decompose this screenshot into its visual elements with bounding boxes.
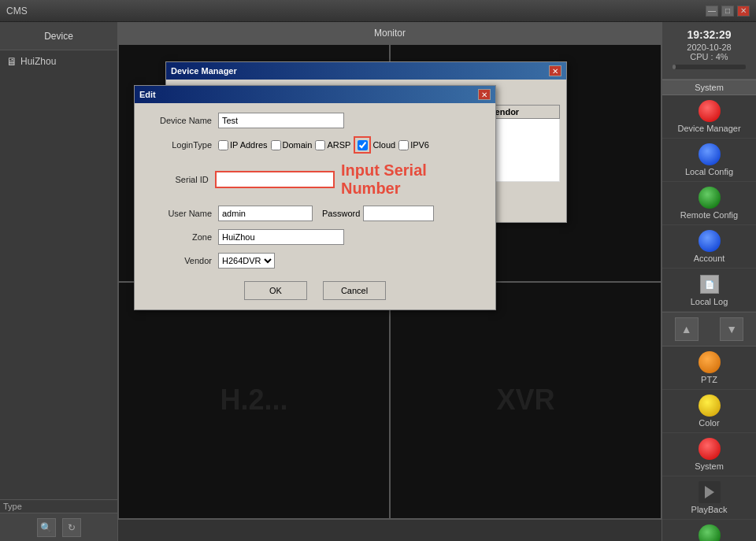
close-button[interactable]: ✕ bbox=[737, 6, 750, 17]
domain-checkbox[interactable] bbox=[271, 140, 281, 150]
device-manager-menu-label: Device Manager bbox=[677, 124, 740, 133]
type-text: Type bbox=[3, 502, 22, 511]
date-display: 2020-10-28 bbox=[669, 43, 750, 52]
monitor-cell-3[interactable]: H.2... bbox=[118, 282, 390, 520]
left-sidebar: Device 🖥 HuiZhou Type 🔍 ↻ bbox=[0, 22, 118, 541]
play-triangle bbox=[705, 486, 714, 498]
monitor-icon: 🖥 bbox=[6, 55, 17, 68]
playback-icon-inner bbox=[699, 481, 721, 503]
login-type-label: LoginType bbox=[147, 140, 218, 150]
ptz-menu-label: PTZ bbox=[701, 375, 717, 384]
monitor-cell-4[interactable]: XVR bbox=[390, 282, 662, 520]
local-log-icon: 📄 bbox=[699, 273, 721, 295]
login-type-row: LoginType IP Addres Domain ARSP bbox=[147, 136, 483, 154]
time-display: 19:32:29 bbox=[669, 28, 750, 41]
remote-config-menu-item[interactable]: Remote Config bbox=[662, 182, 756, 225]
zone-row: Zone bbox=[147, 229, 483, 245]
local-config-icon bbox=[699, 143, 721, 165]
ptz-menu-item[interactable]: PTZ bbox=[662, 346, 756, 390]
device-manager-close[interactable]: ✕ bbox=[549, 65, 561, 76]
advance-menu-item[interactable]: Advance bbox=[662, 520, 756, 541]
color-menu-item[interactable]: Color bbox=[662, 390, 756, 433]
edit-dialog-content: Device Name LoginType IP Addres Domain bbox=[135, 103, 495, 309]
edit-dialog-title: Edit bbox=[139, 90, 156, 99]
edit-ok-button[interactable]: OK bbox=[244, 281, 307, 300]
local-log-doc-icon: 📄 bbox=[700, 275, 719, 294]
password-input[interactable] bbox=[363, 206, 434, 221]
nav-up-button[interactable]: ▲ bbox=[675, 317, 699, 341]
password-label: Password bbox=[322, 209, 360, 218]
ip-address-option[interactable]: IP Addres bbox=[218, 140, 268, 150]
watermark-3: H.2... bbox=[220, 384, 287, 417]
device-manager-menu-item[interactable]: Device Manager bbox=[662, 95, 756, 139]
window-controls: — □ ✕ bbox=[706, 6, 750, 17]
edit-dialog-close[interactable]: ✕ bbox=[478, 89, 491, 100]
center-area: Monitor H.2... XVR H.2... XVR Device Man… bbox=[118, 22, 662, 541]
maximize-button[interactable]: □ bbox=[721, 6, 734, 17]
playback-menu-item[interactable]: PlayBack bbox=[662, 476, 756, 520]
color-menu-label: Color bbox=[699, 418, 719, 428]
advance-icon bbox=[699, 524, 721, 541]
device-header-label: Device bbox=[44, 31, 73, 42]
ipv6-checkbox[interactable] bbox=[398, 140, 409, 150]
bottom-menu: PTZ Color System PlayBa bbox=[662, 346, 756, 541]
vendor-label: Vendor bbox=[147, 256, 218, 265]
edit-dialog: Edit ✕ Device Name LoginType IP Addres bbox=[134, 85, 496, 310]
zone-input[interactable] bbox=[218, 229, 344, 245]
arsp-checkbox[interactable] bbox=[315, 140, 325, 150]
right-sidebar: 19:32:29 2020-10-28 CPU : 4% System Devi… bbox=[662, 22, 756, 541]
cloud-option[interactable]: Cloud bbox=[354, 136, 395, 154]
account-menu-item[interactable]: Account bbox=[662, 225, 756, 269]
local-log-menu-label: Local Log bbox=[691, 297, 728, 306]
ipv6-option[interactable]: IPV6 bbox=[398, 140, 429, 150]
nav-down-button[interactable]: ▼ bbox=[720, 317, 743, 341]
time-panel: 19:32:29 2020-10-28 CPU : 4% bbox=[662, 22, 756, 80]
ptz-icon bbox=[699, 351, 721, 373]
system-menu: Device Manager Local Config Remote Confi… bbox=[662, 95, 756, 312]
ip-address-checkbox[interactable] bbox=[218, 140, 228, 150]
arsp-label: ARSP bbox=[327, 140, 350, 150]
monitor-tab-label: Monitor bbox=[374, 28, 406, 39]
cpu-display: CPU : 4% bbox=[669, 52, 750, 61]
color-icon bbox=[699, 395, 721, 417]
local-log-menu-item[interactable]: 📄 Local Log bbox=[662, 269, 756, 312]
username-row: User Name Password bbox=[147, 206, 483, 221]
local-config-menu-label: Local Config bbox=[685, 167, 733, 176]
device-manager-title: Device Manager bbox=[171, 66, 237, 76]
account-icon bbox=[699, 230, 721, 252]
device-name-input[interactable] bbox=[218, 113, 344, 128]
playback-icon bbox=[699, 481, 721, 503]
domain-option[interactable]: Domain bbox=[271, 140, 313, 150]
search-button[interactable]: 🔍 bbox=[37, 518, 56, 537]
serial-id-input[interactable] bbox=[215, 171, 335, 188]
minimize-button[interactable]: — bbox=[706, 6, 718, 17]
tree-item-huizhou[interactable]: 🖥 HuiZhou bbox=[3, 54, 114, 69]
refresh-button[interactable]: ↻ bbox=[62, 518, 81, 537]
vendor-select[interactable]: H264DVR Hikvision Dahua bbox=[218, 253, 275, 269]
sidebar-header: Device bbox=[0, 22, 117, 50]
center-header: Monitor bbox=[118, 22, 662, 44]
login-type-options: IP Addres Domain ARSP bbox=[218, 136, 429, 154]
cloud-label: Cloud bbox=[372, 140, 395, 150]
system-bottom-menu-label: System bbox=[695, 461, 724, 471]
playback-menu-label: PlayBack bbox=[691, 505, 728, 514]
account-menu-label: Account bbox=[694, 254, 725, 263]
local-config-menu-item[interactable]: Local Config bbox=[662, 139, 756, 182]
username-input[interactable] bbox=[218, 206, 313, 221]
serial-id-row: Serial ID Input Serial Number bbox=[147, 161, 483, 198]
domain-label: Domain bbox=[283, 140, 313, 150]
device-name-label: Device Name bbox=[147, 116, 218, 125]
sidebar-bottom: 🔍 ↻ bbox=[0, 513, 117, 541]
nav-arrows: ▲ ▼ bbox=[662, 312, 756, 346]
type-label: Type bbox=[0, 499, 117, 513]
device-manager-titlebar: Device Manager ✕ bbox=[166, 62, 566, 80]
arsp-option[interactable]: ARSP bbox=[315, 140, 350, 150]
monitor-tab[interactable]: Monitor bbox=[118, 22, 662, 44]
edit-cancel-button[interactable]: Cancel bbox=[323, 281, 386, 300]
cloud-checkbox[interactable] bbox=[358, 140, 368, 150]
title-bar: CMS — □ ✕ bbox=[0, 0, 756, 22]
tree-item-label: HuiZhou bbox=[20, 56, 56, 67]
ip-address-label: IP Addres bbox=[230, 140, 268, 150]
system-menu-item[interactable]: System bbox=[662, 433, 756, 476]
watermark-4: XVR bbox=[496, 384, 554, 417]
